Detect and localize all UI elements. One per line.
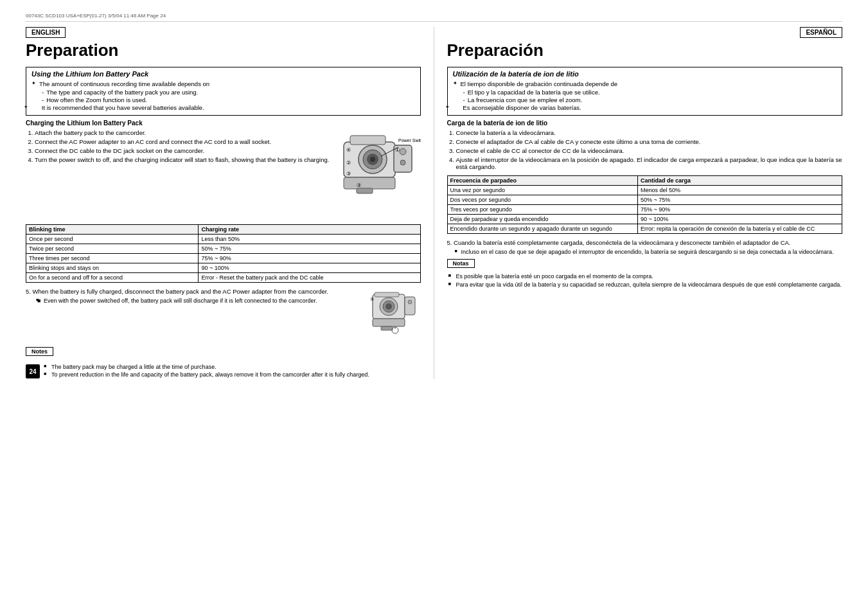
sub-bullet-2: How often the Zoom function is used. — [42, 96, 415, 103]
step-2: Connect the AC Power adapter to an AC co… — [35, 138, 332, 145]
notes-section: Notes 24 The battery pack may be charged… — [26, 347, 421, 379]
right-bullet-2: Es aconsejable disponer de varias baterí… — [453, 104, 837, 111]
camcorder-svg: Power Switch ④ ② ③ ① ③ — [337, 129, 421, 219]
table-row: Three times per second 75% ~ 90% — [26, 254, 421, 263]
table-row: Encendido durante un segundo y apagado d… — [447, 224, 842, 234]
left-column: ENGLISH Preparation Using the Lithium Io… — [26, 27, 434, 379]
right-title: Preparación — [447, 40, 843, 60]
right-bullet-1: El tiempo disponible de grabación contin… — [461, 80, 837, 87]
svg-rect-7 — [344, 177, 395, 189]
right-note-1: ■ Es posible que la batería esté un poco… — [456, 273, 843, 280]
right-sub-bullet-1: El tipo y la capacidad de la batería que… — [463, 89, 837, 96]
table-row: Una vez por segundo Menos del 50% — [447, 186, 842, 195]
step-3: Connect the DC cable to the DC jack sock… — [35, 147, 332, 154]
bullet-2: It is recommended that you have several … — [31, 104, 415, 111]
col-blinking-time: Blinking time — [26, 225, 199, 235]
note-1: The battery pack may be charged a little… — [51, 364, 421, 370]
right-step5-section: 5. Cuando la batería esté completamente … — [447, 239, 843, 271]
right-section-title: Utilización de la batería de ion de liti… — [453, 70, 837, 78]
svg-text:④: ④ — [346, 147, 351, 153]
page-number-row: 24 The battery pack may be charged a lit… — [26, 364, 421, 379]
page-number-badge: 24 — [26, 364, 40, 378]
camcorder-svg-2: ⑤ — [369, 288, 418, 346]
step-4: Turn the power switch to off, and the ch… — [35, 156, 332, 163]
right-step-3: Conecte el cable de CC al conector de CC… — [456, 147, 843, 154]
right-note-2: ■ Para evitar que la vida útil de la bat… — [456, 281, 843, 288]
sub-bullet-1: The type and capacity of the battery pac… — [42, 89, 415, 96]
table-row: Tres veces por segundo 75% ~ 90% — [447, 205, 842, 215]
col-cantidad: Cantidad de carga — [638, 176, 842, 186]
camcorder-image-left-2: ⑤ — [369, 288, 421, 347]
left-section-title: Using the Lithium Ion Battery Pack — [31, 70, 415, 78]
camcorder-image-left: Power Switch ④ ② ③ ① ③ — [337, 129, 421, 220]
svg-rect-23 — [405, 297, 415, 315]
svg-rect-17 — [357, 188, 373, 193]
svg-text:③: ③ — [357, 182, 361, 188]
step5-content: 5. When the battery is fully charged, di… — [26, 288, 364, 304]
note-2: To prevent reduction in the life and cap… — [51, 371, 421, 378]
right-sub-bullet-2: La frecuencia con que se emplee el zoom. — [463, 96, 837, 103]
right-section-box: Utilización de la batería de ion de liti… — [447, 67, 843, 116]
header-left: 00743C SCD103 USA+ESP(01-27) 3/5/04 11:4… — [26, 13, 166, 19]
col-charging-rate: Charging rate — [199, 225, 420, 235]
notas-label: Notas — [447, 259, 475, 268]
charging-section-title: Charging the Lithium Ion Battery Pack — [26, 120, 421, 127]
right-notes-section: ■ Es posible que la batería esté un poco… — [447, 273, 843, 288]
table-row: Twice per second 50% ~ 75% — [26, 244, 421, 254]
left-section-box: Using the Lithium Ion Battery Pack The a… — [26, 67, 421, 116]
step-1: Attach the battery pack to the camcorder… — [35, 129, 332, 136]
svg-point-11 — [400, 160, 405, 165]
svg-rect-27 — [381, 326, 393, 330]
right-column: ESPAÑOL Preparación Utilización de la ba… — [434, 27, 843, 379]
svg-rect-24 — [373, 319, 405, 326]
table-row: On for a second and off for a second Err… — [26, 273, 421, 283]
svg-text:Power Switch: Power Switch — [398, 138, 421, 143]
svg-point-21 — [385, 303, 392, 310]
bullet-1: The amount of continuous recording time … — [39, 80, 415, 87]
right-charging-steps: Conecte la batería a la videocámara. Con… — [456, 129, 843, 170]
right-step-2: Conecte el adaptador de CA al cable de C… — [456, 138, 843, 145]
svg-text:②: ② — [346, 160, 351, 166]
svg-text:③: ③ — [346, 171, 351, 177]
col-frecuencia: Frecuencia de parpadeo — [447, 176, 638, 186]
svg-rect-5 — [350, 136, 385, 145]
charging-steps-left: Attach the battery pack to the camcorder… — [35, 129, 332, 163]
left-title: Preparation — [26, 40, 421, 60]
table-row: Dos veces por segundo 50% ~ 75% — [447, 195, 842, 205]
table-row: Blinking stops and stays on 90 ~ 100% — [26, 263, 421, 273]
table-row: Deja de parpadear y queda encendido 90 ~… — [447, 215, 842, 224]
svg-point-4 — [370, 157, 375, 162]
page-header: 00743C SCD103 USA+ESP(01-27) 3/5/04 11:4… — [26, 13, 842, 22]
right-charging-section-title: Carga de la batería de ion de litio — [447, 120, 843, 127]
svg-rect-22 — [375, 292, 399, 297]
english-badge: ENGLISH — [26, 27, 66, 38]
table-row: Once per second Less than 50% — [26, 235, 421, 244]
svg-text:①: ① — [395, 147, 400, 153]
blinking-table: Blinking time Charging rate Once per sec… — [26, 224, 421, 283]
espanol-badge: ESPAÑOL — [800, 27, 842, 38]
right-step-4: Ajuste el interruptor de la videocámara … — [456, 156, 843, 170]
svg-point-25 — [408, 300, 412, 304]
svg-text:⑤: ⑤ — [370, 297, 374, 301]
right-step-1: Conecte la batería a la videocámara. — [456, 129, 843, 136]
spanish-blinking-table: Frecuencia de parpadeo Cantidad de carga… — [447, 175, 843, 234]
svg-point-10 — [400, 148, 406, 155]
step5-section: 5. When the battery is fully charged, di… — [26, 288, 421, 347]
notes-label: Notes — [26, 347, 53, 356]
